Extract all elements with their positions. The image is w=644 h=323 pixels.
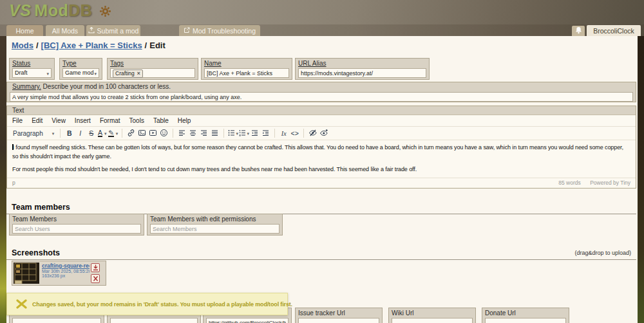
issue-tracker-label: Issue tracker Url [298, 309, 379, 317]
align-right-button[interactable] [198, 127, 209, 139]
insert-link-button[interactable] [126, 127, 137, 139]
close-icon [93, 273, 99, 284]
text-editor-label: Text [7, 106, 636, 115]
site-logo[interactable]: VSModDB [9, 1, 111, 21]
remove-tag-icon[interactable]: × [137, 70, 140, 77]
download-screenshot-button[interactable] [91, 263, 100, 272]
name-field-group: Name [201, 58, 292, 80]
bullet-list-button[interactable]: ▾ [227, 127, 238, 139]
caret-down-icon: ▾ [116, 131, 118, 136]
element-path[interactable]: p [12, 180, 15, 186]
menu-format[interactable]: Format [100, 117, 120, 124]
align-justify-button[interactable] [209, 127, 220, 139]
obscured-field-input-2[interactable] [110, 318, 198, 323]
editor-toolbar: Paragraph ▾ B I S A ▾ ✎ ▾ ▾ ▾ Ix [7, 126, 636, 140]
insert-image-button[interactable] [137, 127, 147, 139]
type-value: Game mod [65, 69, 94, 76]
block-format-value: Paragraph [13, 130, 43, 137]
type-field-group: Type Game mod ▾ [59, 58, 102, 80]
crafting-grid-thumbnail[interactable] [14, 263, 39, 284]
bullet-list-icon [227, 129, 236, 138]
italic-button[interactable]: I [75, 127, 86, 139]
screenshot-filename-link[interactable]: crafting-square-recipe.png [42, 263, 90, 269]
media-icon [149, 129, 157, 138]
source-code-button[interactable]: <> [289, 127, 300, 139]
donate-url-input[interactable] [485, 318, 566, 323]
indent-button[interactable] [260, 127, 271, 139]
menu-table[interactable]: Table [153, 117, 169, 124]
url-alias-field-group: URL Alias [295, 58, 430, 80]
menu-view[interactable]: View [52, 117, 66, 124]
draft-status-toast[interactable]: Changes saved, but your mod remains in '… [6, 293, 288, 315]
notifications-button[interactable] [572, 26, 585, 36]
numbered-list-icon [238, 129, 247, 138]
preview-off-button[interactable] [307, 127, 318, 139]
link-icon [127, 129, 135, 138]
wiki-url-field-group: Wiki Url [388, 308, 476, 323]
menu-file[interactable]: File [12, 117, 23, 124]
screenshot-meta: crafting-square-recipe.png Mar 30th 2025… [42, 263, 90, 284]
numbered-list-button[interactable]: ▾ [238, 127, 249, 139]
screenshot-dimensions: 163x236 px [42, 273, 90, 278]
editor-content[interactable]: I found myself needing sticks. These can… [7, 140, 636, 178]
delete-screenshot-button[interactable] [91, 274, 100, 283]
block-format-select[interactable]: Paragraph ▾ [10, 130, 57, 137]
team-editors-search-input[interactable] [150, 224, 279, 234]
summary-input[interactable] [10, 92, 633, 102]
eye-sparkle-icon [319, 129, 328, 138]
powered-by-tiny[interactable]: Powered by Tiny [590, 180, 630, 186]
nav-tab-mod-troubleshooting[interactable]: Mod Troubleshooting [179, 25, 260, 36]
issue-tracker-field-group: Issue tracker Url [295, 308, 383, 323]
tag-chip: Crafting× [113, 69, 143, 78]
menu-insert[interactable]: Insert [75, 117, 91, 124]
type-select[interactable]: Game mod ▾ [62, 68, 99, 78]
screenshot-actions [91, 263, 100, 284]
outdent-button[interactable] [249, 127, 260, 139]
type-label: Type [62, 59, 99, 68]
menu-help[interactable]: Help [178, 117, 191, 124]
logo-vs-text: VS [9, 1, 31, 19]
toolbar-divider [173, 129, 173, 138]
team-members-heading: Team members [6, 203, 636, 214]
nav-tab-mod-troubleshooting-label: Mod Troubleshooting [193, 27, 256, 35]
close-icon[interactable] [16, 299, 27, 309]
nav-tab-all-mods[interactable]: All Mods [46, 25, 84, 36]
insert-emoji-button[interactable] [158, 127, 169, 139]
team-members-label: Team Members [12, 215, 141, 223]
user-menu[interactable]: BroccoliClock [587, 25, 641, 36]
breadcrumb-mods-link[interactable]: Mods [12, 41, 33, 50]
clear-formatting-button[interactable]: Ix [278, 127, 289, 139]
tags-label: Tags [110, 59, 195, 68]
obscured-field-input-1[interactable] [12, 318, 101, 323]
word-count: 85 words [558, 180, 581, 186]
tags-input[interactable]: Crafting× [110, 68, 195, 78]
nav-tab-submit-mod[interactable]: Submit a mod [86, 25, 140, 36]
summary-label: Summary. Describe your mod in 100 charac… [7, 82, 636, 91]
align-left-button[interactable] [176, 127, 187, 139]
url-alias-input[interactable] [298, 68, 426, 78]
menu-edit[interactable]: Edit [32, 117, 43, 124]
status-select[interactable]: Draft ▾ [12, 68, 52, 78]
logo-mod-text: Mod [34, 1, 68, 19]
eye-slash-icon [308, 129, 317, 138]
issue-tracker-input[interactable] [298, 318, 379, 323]
bold-button[interactable]: B [64, 127, 75, 139]
insert-media-button[interactable] [147, 127, 158, 139]
status-label: Status [12, 59, 52, 68]
text-editor-panel: Text File Edit View Insert Format Tools … [6, 106, 636, 189]
text-color-button[interactable]: A ▾ [97, 127, 108, 139]
strikethrough-button[interactable]: S [86, 127, 97, 139]
download-icon [93, 262, 99, 273]
name-input[interactable] [204, 68, 289, 78]
wiki-url-input[interactable] [392, 318, 473, 323]
menu-tools[interactable]: Tools [129, 117, 144, 124]
align-center-button[interactable] [187, 127, 198, 139]
nav-tab-home[interactable]: Home [6, 25, 43, 36]
source-url-input[interactable] [206, 318, 289, 323]
mod-edit-page: VSModDB Home All Mods Submit a mod Mod T… [0, 0, 644, 323]
breadcrumb-mod-link[interactable]: [BC] Axe + Plank = Sticks [41, 41, 142, 50]
breadcrumb-current: Edit [149, 41, 166, 50]
highlight-color-button[interactable]: ✎ ▾ [108, 127, 118, 139]
team-members-search-input[interactable] [12, 224, 141, 234]
preview-on-button[interactable] [318, 127, 329, 139]
